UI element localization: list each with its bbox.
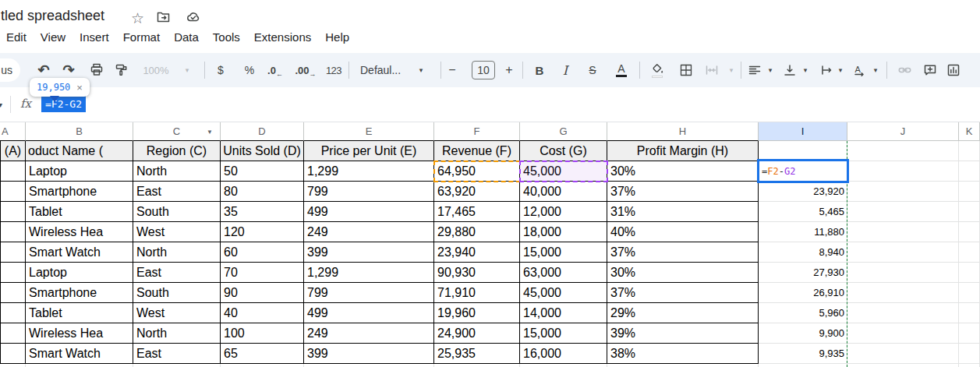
close-icon[interactable]: × — [76, 82, 83, 94]
table-cell[interactable] — [0, 344, 26, 364]
table-cell[interactable]: 1,299 — [304, 263, 434, 283]
empty-cell[interactable] — [847, 202, 959, 222]
table-cell[interactable]: 399 — [304, 242, 434, 263]
empty-cell[interactable] — [959, 263, 980, 283]
table-cell[interactable]: South — [133, 283, 221, 303]
cell-I5[interactable]: 11,880 — [759, 222, 847, 242]
move-to-folder-icon[interactable] — [156, 10, 171, 27]
table-header-cell[interactable]: (A) — [0, 141, 26, 161]
empty-cell[interactable] — [959, 323, 980, 344]
table-cell[interactable]: East — [133, 263, 221, 283]
table-cell[interactable]: 29% — [607, 303, 759, 323]
table-header-cell[interactable]: Price per Unit (E) — [304, 141, 434, 161]
column-header-H[interactable]: H — [607, 122, 759, 141]
empty-cell[interactable] — [959, 344, 980, 364]
table-cell[interactable] — [0, 161, 26, 182]
vertical-align-button[interactable] — [780, 53, 799, 87]
table-cell[interactable]: 100 — [221, 323, 304, 344]
table-cell[interactable] — [0, 202, 26, 222]
insert-comment-button[interactable] — [921, 53, 939, 87]
cell-I9[interactable]: 5,960 — [759, 303, 847, 323]
table-cell[interactable]: 37% — [607, 182, 759, 202]
text-color-button[interactable]: A — [612, 53, 631, 87]
text-wrapping-button[interactable] — [817, 53, 836, 87]
table-header-cell[interactable]: Cost (G) — [520, 141, 607, 161]
table-cell[interactable]: 90 — [221, 283, 304, 303]
table-cell[interactable]: Wireless Hea — [26, 222, 133, 242]
table-cell[interactable]: East — [133, 182, 221, 202]
column-header-E[interactable]: E — [304, 122, 434, 141]
menu-item-extensions[interactable]: Extensions — [254, 30, 311, 44]
table-cell[interactable] — [0, 303, 26, 323]
table-cell[interactable]: 12,000 — [520, 202, 607, 222]
menu-item-view[interactable]: View — [41, 30, 65, 44]
name-box-arrow[interactable]: ▾ — [0, 101, 2, 109]
table-cell[interactable]: 23,940 — [434, 242, 520, 263]
more-formats-button[interactable]: 123 — [321, 53, 346, 87]
table-cell[interactable] — [0, 263, 26, 283]
table-cell[interactable]: Smartphone — [26, 182, 133, 202]
table-header-cell[interactable]: Region (C) — [133, 141, 221, 161]
table-cell[interactable]: 25,935 — [434, 344, 520, 364]
zoom-dropdown-arrow[interactable]: ▾ — [182, 53, 192, 87]
insert-link-button[interactable] — [895, 53, 914, 87]
empty-cell[interactable] — [847, 323, 959, 344]
search-menus-pill[interactable]: us — [0, 58, 20, 82]
table-cell[interactable]: 65 — [221, 344, 304, 364]
horizontal-align-arrow[interactable]: ▾ — [766, 53, 775, 87]
empty-cell[interactable] — [847, 303, 959, 323]
empty-cell[interactable] — [959, 182, 980, 202]
table-cell[interactable]: 50 — [221, 161, 304, 182]
cell-I10[interactable]: 9,900 — [759, 323, 847, 344]
empty-cell[interactable] — [847, 141, 959, 161]
table-header-cell[interactable]: oduct Name ( — [26, 141, 133, 161]
cell-I6[interactable]: 8,940 — [759, 242, 847, 263]
table-cell[interactable]: 29,880 — [434, 222, 520, 242]
table-cell[interactable]: East — [133, 344, 221, 364]
text-rotation-button[interactable]: A — [851, 53, 869, 87]
table-cell[interactable]: 31% — [607, 202, 759, 222]
table-cell[interactable]: North — [133, 242, 221, 263]
table-cell[interactable]: 45,000 — [520, 283, 607, 303]
table-cell[interactable]: 19,960 — [434, 303, 520, 323]
empty-cell[interactable] — [847, 344, 959, 364]
table-header-cell[interactable]: Units Sold (D) — [221, 141, 304, 161]
empty-cell[interactable] — [847, 242, 959, 263]
table-cell[interactable]: South — [133, 202, 221, 222]
empty-cell[interactable] — [959, 303, 980, 323]
table-cell[interactable]: 15,000 — [520, 323, 607, 344]
table-cell[interactable] — [0, 283, 26, 303]
column-header-I[interactable]: I — [759, 122, 847, 141]
table-cell[interactable]: 249 — [304, 222, 434, 242]
table-cell[interactable] — [0, 182, 26, 202]
table-cell[interactable]: 16,000 — [520, 344, 607, 364]
vertical-align-arrow[interactable]: ▾ — [801, 53, 810, 87]
table-cell[interactable] — [0, 222, 26, 242]
table-cell[interactable]: Smart Watch — [26, 242, 133, 263]
table-cell[interactable]: 249 — [304, 323, 434, 344]
table-cell[interactable]: Smartphone — [26, 283, 133, 303]
menu-item-format[interactable]: Format — [123, 30, 161, 44]
table-cell[interactable] — [0, 323, 26, 344]
table-cell[interactable]: 80 — [221, 182, 304, 202]
insert-chart-button[interactable] — [944, 53, 963, 87]
menu-item-insert[interactable]: Insert — [80, 30, 109, 44]
table-cell[interactable]: 120 — [221, 222, 304, 242]
table-cell[interactable]: 35 — [221, 202, 304, 222]
table-cell[interactable]: 71,910 — [434, 283, 520, 303]
cell-I7[interactable]: 27,930 — [759, 263, 847, 283]
table-cell[interactable]: 17,465 — [434, 202, 520, 222]
table-cell[interactable]: 799 — [304, 182, 434, 202]
table-cell[interactable]: North — [133, 323, 221, 344]
empty-cell[interactable] — [847, 222, 959, 242]
decrease-decimal-button[interactable]: .0← — [264, 53, 286, 87]
font-size-input[interactable]: 10 — [472, 61, 495, 79]
table-header-cell[interactable]: Revenue (F) — [434, 141, 520, 161]
menu-item-help[interactable]: Help — [325, 30, 349, 44]
table-cell[interactable]: 39% — [607, 323, 759, 344]
table-cell[interactable]: 63,000 — [520, 263, 607, 283]
table-cell[interactable]: West — [133, 303, 221, 323]
table-cell[interactable]: 499 — [304, 202, 434, 222]
column-header-B[interactable]: B — [26, 122, 133, 141]
table-header-cell[interactable]: Profit Margin (H) — [607, 141, 759, 161]
